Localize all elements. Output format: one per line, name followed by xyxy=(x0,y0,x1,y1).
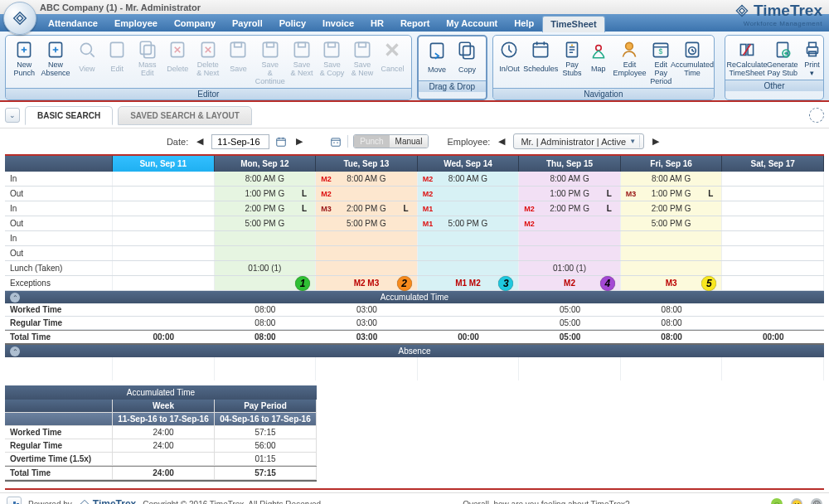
stats-icon[interactable] xyxy=(7,497,22,504)
view-button: View xyxy=(72,37,103,86)
menu-company[interactable]: Company xyxy=(166,16,224,31)
svg-rect-39 xyxy=(332,138,341,145)
svg-rect-11 xyxy=(266,42,274,46)
accumulated-summary: Accumulated Time WeekPay Period 11-Sep-1… xyxy=(5,385,317,482)
menu-my-account[interactable]: My Account xyxy=(438,16,506,31)
schedules-icon xyxy=(530,39,551,61)
section-accumulated: ⌃ Accumulated Time xyxy=(5,291,824,303)
date-input[interactable] xyxy=(211,134,269,149)
badge-2: 2 xyxy=(397,276,412,291)
accum-r2: Regular Time24:0056:00 xyxy=(5,439,317,453)
delete-icon xyxy=(167,39,188,61)
row-out1: Out 1:00 PM GL M2 M2 1:00 PM GL M31:00 P… xyxy=(5,187,824,201)
menu-report[interactable]: Report xyxy=(392,16,438,31)
pay-stubs-icon xyxy=(561,39,583,61)
accum-sub-range: 11-Sep-16 to 17-Sep-1604-Sep-16 to 17-Se… xyxy=(5,413,317,426)
badge-4: 4 xyxy=(600,276,615,291)
move-button[interactable]: Move xyxy=(422,38,452,79)
calendar-range-icon[interactable] xyxy=(329,135,342,148)
day-header: Tue, Sep 13 xyxy=(316,156,418,172)
next-date-icon[interactable]: ▶ xyxy=(293,135,306,148)
tab-saved-search[interactable]: SAVED SEARCH & LAYOUT xyxy=(118,106,252,125)
next-employee-icon[interactable]: ▶ xyxy=(649,135,662,148)
day-header: Sun, Sep 11 xyxy=(113,156,215,172)
edit-pay-period-icon: $ xyxy=(650,39,671,61)
group-dragdrop-caption: Drag & Drop xyxy=(419,80,486,92)
collapse-absence-icon[interactable]: ⌃ xyxy=(10,346,20,356)
row-in1: In 8:00 AM G M28:00 AM G M28:00 AM G 8:0… xyxy=(5,172,824,187)
brand-tagline: Workforce Management xyxy=(734,20,822,27)
map-icon xyxy=(588,39,609,61)
refresh-icon[interactable] xyxy=(809,108,824,123)
smiley-neutral-icon[interactable]: 😐 xyxy=(791,498,802,504)
badge-5: 5 xyxy=(701,276,716,291)
smiley-happy-icon[interactable]: ☺ xyxy=(771,498,783,504)
group-editor: NewPunchNewAbsenceViewEditMassEditDelete… xyxy=(5,35,412,100)
calendar-icon[interactable] xyxy=(274,135,288,148)
accum-total: Total Time 00:0008:0003:0000:0005:0008:0… xyxy=(5,330,824,345)
dropdown-icon: ▼ xyxy=(629,138,636,145)
smiley-sad-icon[interactable]: ☹ xyxy=(811,498,822,504)
svg-rect-13 xyxy=(298,42,306,46)
print-button[interactable]: Print▾ xyxy=(800,37,824,78)
row-in2: In 2:00 PM GL M32:00 PM GL M1 M22:00 PM … xyxy=(5,201,824,216)
new-punch-button[interactable]: NewPunch xyxy=(9,37,40,86)
accum-sub-head: WeekPay Period xyxy=(5,400,317,413)
footer-logo-icon xyxy=(79,498,90,504)
cancel-button: Cancel xyxy=(377,37,408,86)
svg-rect-20 xyxy=(463,46,474,59)
prev-date-icon[interactable]: ◀ xyxy=(193,135,206,148)
pay-stubs-button[interactable]: PayStubs xyxy=(559,37,585,86)
search-tabs-row: ⌄ BASIC SEARCH SAVED SEARCH & LAYOUT xyxy=(0,102,829,128)
generate-paystub-button[interactable]: GeneratePay Stub xyxy=(765,37,800,78)
group-other-caption: Other xyxy=(725,80,823,91)
brand-name: TimeTrex xyxy=(754,2,822,20)
menu-help[interactable]: Help xyxy=(506,16,542,31)
mode-punch[interactable]: Punch xyxy=(354,135,389,148)
collapse-accumulated-icon[interactable]: ⌃ xyxy=(10,293,20,303)
new-absence-icon xyxy=(45,39,66,61)
map-button[interactable]: Map xyxy=(585,37,612,86)
menu-employee[interactable]: Employee xyxy=(106,16,166,31)
group-other: ReCalculateTimeSheetGeneratePay StubPrin… xyxy=(725,35,824,100)
tab-basic-search[interactable]: BASIC SEARCH xyxy=(25,106,113,125)
edit-employee-button[interactable]: EditEmployee xyxy=(611,37,647,86)
delete-next-icon xyxy=(197,39,219,61)
prev-employee-icon[interactable]: ◀ xyxy=(495,135,508,148)
menu-payroll[interactable]: Payroll xyxy=(224,16,271,31)
recalculate-button[interactable]: ReCalculateTimeSheet xyxy=(729,37,765,78)
svg-rect-22 xyxy=(534,43,548,56)
save-next-icon xyxy=(291,39,313,61)
mode-manual[interactable]: Manual xyxy=(390,135,429,148)
svg-rect-3 xyxy=(111,42,124,56)
row-in3: In xyxy=(5,231,824,246)
inout-icon xyxy=(498,39,520,61)
svg-rect-19 xyxy=(460,42,471,55)
svg-rect-36 xyxy=(808,42,816,46)
menu-invoice[interactable]: Invoice xyxy=(314,16,362,31)
delete-next-button: Delete& Next xyxy=(193,37,224,86)
badge-1: 1 xyxy=(295,276,310,291)
menu-timesheet[interactable]: TimeSheet xyxy=(542,16,604,32)
save-copy-icon xyxy=(321,39,342,61)
pager-row: Date: ◀ ▶ Punch Manual Employee: ◀ Mr. |… xyxy=(0,128,829,154)
brand-block: TimeTrex Workforce Management xyxy=(734,2,822,27)
view-icon xyxy=(76,39,98,61)
svg-rect-8 xyxy=(231,42,245,56)
mode-toggle[interactable]: Punch Manual xyxy=(353,134,429,148)
accumulated-time-button[interactable]: AccumulatedTime xyxy=(674,37,710,86)
inout-button[interactable]: In/Out xyxy=(497,37,523,86)
menu-hr[interactable]: HR xyxy=(362,16,392,31)
menu-policy[interactable]: Policy xyxy=(271,16,314,31)
menu-attendance[interactable]: Attendance xyxy=(40,16,106,31)
badge-3: 3 xyxy=(498,276,513,291)
schedules-button[interactable]: Schedules xyxy=(522,37,559,86)
save-button: Save xyxy=(223,37,254,86)
collapse-search-icon[interactable]: ⌄ xyxy=(5,108,20,123)
new-absence-button[interactable]: NewAbsence xyxy=(40,37,72,86)
mass-edit-icon xyxy=(137,39,158,61)
accum-worked: Worked Time 08:0003:0005:0008:00 xyxy=(5,303,824,317)
app-logo[interactable] xyxy=(3,2,36,35)
employee-select[interactable]: Mr. | Administrator | Active ▼ xyxy=(513,133,644,149)
copy-button[interactable]: Copy xyxy=(452,38,482,79)
